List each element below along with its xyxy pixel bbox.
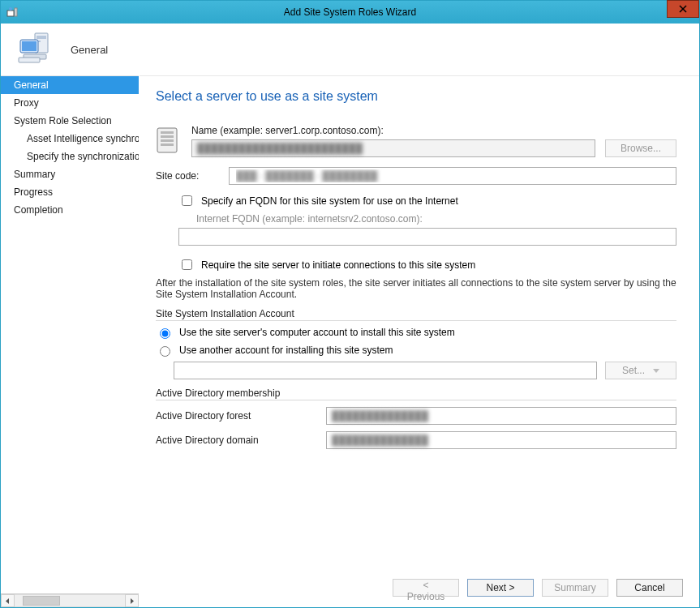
svg-rect-9	[22, 41, 37, 51]
scroll-left-arrow[interactable]	[1, 594, 15, 607]
previous-button[interactable]: < Previous	[393, 579, 459, 597]
sidebar-scrollbar[interactable]	[1, 593, 139, 607]
require-connections-label: Require the site server to initiate conn…	[201, 259, 475, 271]
wizard-footer: < Previous Next > Summary Cancel	[140, 568, 699, 607]
wizard-steps-sidebar: GeneralProxySystem Role SelectionAsset I…	[1, 75, 140, 607]
wizard-step-4[interactable]: Specify the synchronization schedule	[1, 148, 139, 165]
browse-button[interactable]: Browse...	[605, 139, 676, 157]
window-title: Add Site System Roles Wizard	[1, 6, 699, 18]
radio-use-computer-account[interactable]	[160, 328, 170, 339]
radio-use-computer-account-label: Use the site server's computer account t…	[179, 327, 455, 338]
name-display: ████████████████████████	[191, 139, 595, 157]
ad-domain-label: Active Directory domain	[156, 435, 318, 446]
header-strip: General	[1, 24, 699, 75]
ssia-group-title: Site System Installation Account	[156, 308, 676, 321]
scroll-track[interactable]	[15, 594, 125, 607]
header-section-label: General	[71, 44, 108, 56]
sitecode-label: Site code:	[156, 170, 221, 182]
svg-marker-12	[6, 598, 9, 604]
internet-fqdn-input[interactable]	[178, 228, 676, 246]
computer-icon	[17, 30, 56, 69]
wizard-main: Select a server to use as a site system	[140, 75, 699, 607]
cancel-button[interactable]: Cancel	[616, 579, 683, 597]
server-icon	[156, 126, 180, 156]
title-bar: Add Site System Roles Wizard	[1, 1, 699, 24]
close-icon	[679, 5, 687, 13]
wizard-step-1[interactable]: Proxy	[1, 94, 139, 112]
chevron-down-icon	[653, 369, 659, 373]
ad-forest-label: Active Directory forest	[156, 410, 318, 422]
ad-group-title: Active Directory membership	[156, 387, 676, 400]
svg-rect-18	[161, 143, 174, 146]
wizard-step-list: GeneralProxySystem Role SelectionAsset I…	[1, 75, 139, 593]
svg-marker-13	[131, 598, 134, 604]
scroll-thumb[interactable]	[23, 596, 60, 606]
content-area: Select a server to use as a site system	[140, 75, 699, 568]
ad-domain-value: ██████████████	[326, 431, 676, 449]
set-account-button[interactable]: Set...	[605, 362, 676, 379]
wizard-window: Add Site System Roles Wizard General Gen…	[0, 0, 700, 608]
wizard-step-2[interactable]: System Role Selection	[1, 112, 139, 130]
specify-fqdn-label: Specify an FQDN for this site system for…	[201, 195, 458, 207]
radio-use-other-account[interactable]	[160, 346, 170, 357]
require-connections-checkbox[interactable]	[182, 259, 192, 270]
svg-rect-16	[161, 135, 174, 138]
svg-rect-15	[161, 131, 174, 134]
summary-button[interactable]: Summary	[542, 579, 608, 597]
internet-fqdn-label: Internet FQDN (example: internetsrv2.con…	[196, 213, 676, 225]
install-note: After the installation of the site syste…	[156, 277, 676, 300]
set-button-label: Set...	[622, 365, 645, 376]
wizard-step-0[interactable]: General	[1, 76, 139, 94]
svg-rect-11	[19, 58, 40, 62]
next-button[interactable]: Next >	[467, 579, 534, 597]
wizard-body: GeneralProxySystem Role SelectionAsset I…	[1, 75, 699, 607]
page-title: Select a server to use as a site system	[156, 89, 676, 104]
svg-rect-6	[37, 36, 46, 39]
other-account-input[interactable]	[174, 362, 597, 379]
wizard-step-6[interactable]: Progress	[1, 183, 139, 201]
name-label: Name (example: server1.corp.contoso.com)…	[191, 125, 676, 136]
wizard-step-5[interactable]: Summary	[1, 165, 139, 183]
wizard-step-7[interactable]: Completion	[1, 201, 139, 219]
sitecode-combo[interactable]: ███ - ███████ - ████████	[229, 167, 676, 185]
svg-rect-17	[161, 139, 174, 142]
radio-use-other-account-label: Use another account for installing this …	[179, 345, 393, 356]
wizard-step-3[interactable]: Asset Intelligence synchronization point	[1, 130, 139, 148]
specify-fqdn-checkbox[interactable]	[182, 195, 192, 206]
ad-forest-value: ██████████████	[326, 407, 676, 425]
close-button[interactable]	[667, 0, 699, 18]
scroll-right-arrow[interactable]	[125, 594, 139, 607]
